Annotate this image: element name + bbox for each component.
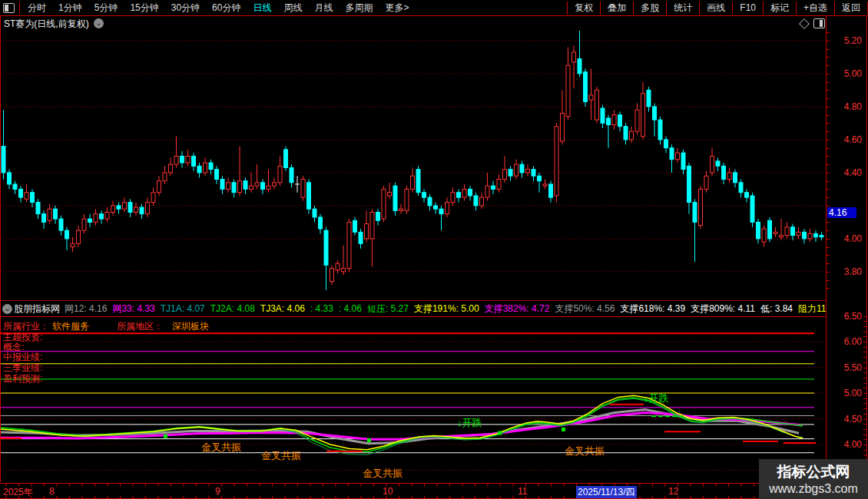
status-item-7: 短压: 5.27 (367, 302, 409, 316)
price-axis-upper: 5.205.004.804.604.404.003.80 (827, 29, 866, 299)
axis-tick (827, 164, 830, 165)
selected-date-label: 2025/11/13/四 (576, 486, 637, 499)
period-menu: 分时1分钟5分钟15分钟30分钟60分钟日线周线月线多周期更多> (22, 0, 415, 15)
info-row-5-0: 盈利预测: (3, 372, 42, 385)
menu-separator (19, 2, 20, 13)
menu-item-4[interactable]: 30分钟 (165, 2, 206, 15)
y-label-3.8: 3.80 (831, 266, 862, 277)
axis-tick (827, 57, 830, 58)
annotation-2: 金叉共振 (363, 468, 403, 479)
candles-layer (2, 31, 823, 290)
menu-item-1[interactable]: 1分钟 (52, 2, 88, 15)
watermark-url: www.zbgs3.com (759, 482, 868, 496)
status-item-14: 阻力1191% (798, 302, 827, 316)
frame-axis-border (826, 15, 827, 483)
status-item-6: : 4.06 (339, 303, 362, 314)
axis-tick (827, 90, 830, 91)
axis-tick (827, 181, 830, 182)
time-label-2: 9 (215, 486, 220, 497)
axis-tick (827, 173, 830, 173)
status-item-12: 支撑809%: 4.11 (691, 302, 755, 316)
axis-tick (827, 239, 830, 240)
menu-item-9[interactable]: 多周期 (339, 2, 379, 15)
status-item-10: 支撑50%: 4.56 (555, 302, 615, 316)
menu-item-8[interactable]: 月线 (308, 2, 339, 15)
y-label-5: 5.00 (831, 68, 862, 79)
axis-tick (827, 131, 830, 132)
info-row-0-2: 所属地区： (117, 320, 163, 333)
y-label-4: 4.00 (831, 233, 862, 244)
indicator-source: 股朋指标网 (14, 302, 60, 316)
axis-tick (827, 65, 830, 66)
menu-item-2[interactable]: 5分钟 (88, 2, 124, 15)
y-label-4.6: 4.60 (831, 134, 862, 145)
indicator-panel[interactable]: 金叉共振金叉共振金叉共振金叉共振↓开跌↓开跌 所属行业：软件服务所属地区：深圳板… (0, 316, 827, 482)
layout-panel-icon[interactable] (813, 18, 825, 28)
status-item-11: 支撑618%: 4.39 (620, 302, 685, 316)
annotation-1: 金叉共振 (261, 450, 301, 461)
y-label-lower-6.5: 6.50 (831, 311, 862, 322)
tool-item-1[interactable]: 叠加 (600, 2, 633, 15)
tool-item-5[interactable]: F10 (732, 2, 763, 13)
indicator-status-bar: ⌄ 股朋指标网 网12: 4.16网33: 4.33TJ1A: 4.07TJ2A… (0, 300, 827, 317)
axis-tick (827, 255, 830, 256)
tool-item-4[interactable]: 画线 (699, 2, 732, 15)
annotation-3: 金叉共振 (565, 445, 605, 457)
axis-tick (827, 197, 830, 198)
diamond-icon[interactable] (799, 18, 810, 29)
axis-tick (827, 156, 830, 157)
time-label-6: 12 (668, 486, 678, 497)
status-item-9: 支撑382%: 4.72 (485, 302, 550, 316)
menu-item-7[interactable]: 周线 (277, 2, 308, 15)
menu-item-0[interactable]: 分时 (22, 2, 52, 15)
status-item-13: 低: 3.84 (760, 302, 793, 316)
time-label-3: 10 (383, 486, 393, 497)
status-item-8: 支撑191%: 5.00 (414, 302, 479, 316)
time-label-0: 2025年 (3, 486, 33, 499)
title-bar: ST赛为(日线,前复权) ⌄ (0, 16, 868, 29)
status-item-3: TJ2A: 4.08 (210, 303, 255, 314)
annotation-0: 金叉共振 (201, 441, 241, 453)
y-label-4.4: 4.40 (831, 167, 862, 178)
tool-item-8[interactable]: 返回 (834, 2, 868, 15)
annotation-4: ↓开跌 (457, 417, 482, 428)
frame-left-border (0, 15, 1, 482)
axis-tick (827, 140, 830, 140)
time-axis: 2025年8910112025/11/13/四12 (0, 483, 827, 499)
info-row-0-1: 软件服务 (52, 320, 89, 333)
tool-item-7[interactable]: +自选 (796, 2, 834, 15)
indicator-chart: 金叉共振金叉共振金叉共振金叉共振↓开跌↓开跌 (0, 316, 827, 482)
time-label-4: 11 (518, 486, 527, 497)
axis-tick (827, 98, 830, 99)
top-menu-bar: 分时1分钟5分钟15分钟30分钟60分钟日线周线月线多周期更多> 复权叠加多股统… (0, 0, 868, 16)
tools-menu: 复权叠加多股统计画线F10标记+自选返回 (567, 0, 868, 15)
axis-tick (827, 123, 830, 124)
status-item-0: 网12: 4.16 (65, 302, 107, 316)
status-item-5: : 4.33 (310, 303, 333, 314)
collapse-circle-icon[interactable]: ⌄ (2, 304, 12, 314)
y-label-5.2: 5.20 (831, 35, 862, 46)
y-label-lower-4: 4.00 (831, 439, 862, 450)
app-window: 分时1分钟5分钟15分钟30分钟60分钟日线周线月线多周期更多> 复权叠加多股统… (0, 0, 868, 499)
menu-item-3[interactable]: 15分钟 (124, 2, 164, 15)
chevron-down-circle-icon[interactable]: ⌄ (94, 18, 104, 28)
window-split-icon[interactable] (3, 3, 15, 13)
y-label-lower-6: 6.00 (831, 336, 862, 347)
axis-tick (827, 222, 830, 223)
menu-item-6[interactable]: 日线 (247, 2, 277, 15)
menu-item-5[interactable]: 60分钟 (206, 2, 247, 15)
candlestick-panel[interactable] (0, 29, 827, 299)
axis-tick (827, 41, 830, 41)
watermark-title: 指标公式网 (759, 462, 868, 482)
menu-item-10[interactable]: 更多> (379, 2, 415, 15)
tool-item-3[interactable]: 统计 (666, 2, 699, 15)
price-axis-lower: 6.506.005.505.004.504.00 (827, 307, 866, 482)
tool-item-6[interactable]: 标记 (763, 2, 796, 15)
frame-right-border (866, 15, 867, 499)
tool-item-2[interactable]: 多股 (633, 2, 666, 15)
tool-item-0[interactable]: 复权 (567, 2, 600, 15)
y-label-lower-5: 5.00 (831, 388, 862, 398)
axis-tick (827, 74, 830, 74)
watermark: 指标公式网 www.zbgs3.com (759, 459, 868, 499)
axis-tick (827, 32, 830, 33)
